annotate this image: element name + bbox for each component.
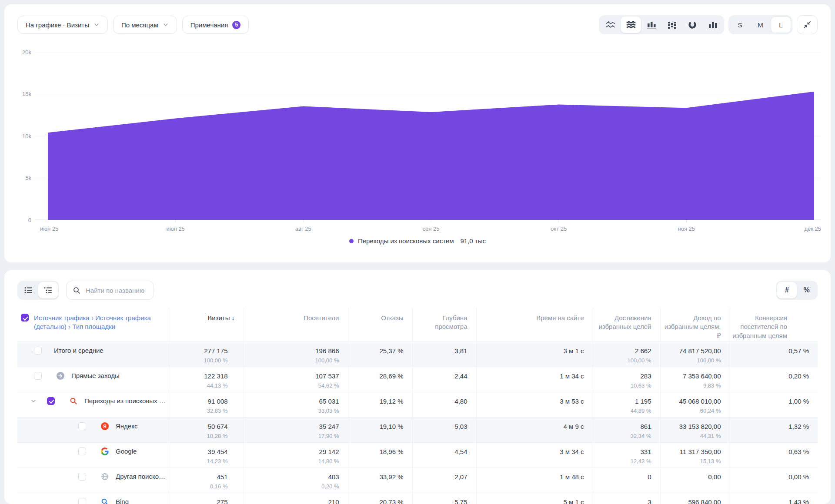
row-checkbox[interactable]	[78, 498, 86, 504]
chevron-down-icon	[94, 22, 100, 28]
column-header-7[interactable]: Доход по избранным целям, ₽	[660, 308, 730, 342]
table-row[interactable]: Прямые заходы122 31844,13 %107 53754,62 …	[17, 367, 818, 392]
table-row[interactable]: Bing2750,10 %2100,11 %20,73 %5,755 м 1 с…	[17, 493, 818, 504]
stacked-bar-chart-icon[interactable]	[661, 17, 682, 33]
metric-cell: 1,32 %	[730, 417, 818, 442]
traffic-area-chart[interactable]: 05k10k15k20kиюн 25июл 25авг 25сен 25окт …	[9, 39, 826, 235]
dimension-header-link[interactable]: Источник трафика › Источник трафика (дет…	[34, 314, 156, 332]
row-checkbox[interactable]	[47, 397, 55, 405]
metric-cell: 35 24717,90 %	[244, 417, 348, 442]
legend-value: 91,0 тыс	[461, 237, 486, 245]
row-label[interactable]: Google	[116, 448, 137, 455]
legend-label: Переходы из поисковых систем	[358, 237, 454, 245]
metric-cell: 3,81	[412, 342, 476, 367]
table-row[interactable]: Итого и средние277 175100,00 %196 866100…	[17, 342, 818, 367]
chart-view-controls: S M L	[599, 15, 818, 34]
tree-list-icon[interactable]	[38, 282, 58, 298]
svg-text:10k: 10k	[22, 133, 31, 139]
yandex-icon: Я	[101, 422, 109, 430]
column-header-6[interactable]: Достижения избранных целей	[593, 308, 660, 342]
metric-cell: 0	[593, 468, 660, 493]
size-s-button[interactable]: S	[730, 17, 750, 33]
metric-cell: 2750,10 %	[169, 493, 244, 504]
dimension-cell: Другая поисковая система: определено по …	[17, 468, 169, 493]
column-header-1[interactable]: Визиты↓	[169, 308, 244, 342]
percent-values-button[interactable]: %	[797, 282, 816, 298]
row-label[interactable]: Прямые заходы	[71, 372, 120, 379]
metric-cell: 2100,11 %	[244, 493, 348, 504]
table-row[interactable]: ЯЯндекс50 67418,28 %35 24717,90 %19,10 %…	[17, 417, 818, 442]
sort-desc-icon: ↓	[232, 315, 235, 322]
metric-cell: 91 00832,83 %	[169, 392, 244, 417]
row-label[interactable]: Переходы из поисковых систем	[84, 397, 169, 405]
metric-cell: 86132,34 %	[593, 417, 660, 442]
dimension-cell: Переходы из поисковых систем	[17, 392, 169, 417]
size-l-button[interactable]: L	[771, 17, 791, 33]
row-checkbox[interactable]	[78, 422, 86, 430]
svg-text:5k: 5k	[25, 175, 31, 181]
metric-cell: 11 317 350,0015,13 %	[660, 442, 730, 468]
row-label[interactable]: Итого и средние	[54, 347, 104, 354]
metric-cell: 25,37 %	[348, 342, 412, 367]
row-checkbox[interactable]	[78, 473, 86, 481]
column-header-2[interactable]: Посетители	[244, 308, 348, 342]
svg-text:июл 25: июл 25	[166, 225, 184, 232]
metric-cell: 19,12 %	[348, 392, 412, 417]
table-row[interactable]: Google39 45414,23 %29 14214,80 %18,96 %4…	[17, 442, 818, 468]
svg-text:сен 25: сен 25	[423, 225, 440, 232]
chart-type-switcher	[599, 15, 724, 34]
chart-legend-item[interactable]: Переходы из поисковых систем 91,0 тыс	[4, 237, 831, 245]
metric-cell: 33112,43 %	[593, 442, 660, 468]
svg-text:ноя 25: ноя 25	[678, 225, 695, 232]
search-input[interactable]	[85, 286, 146, 295]
row-label[interactable]: Другая поисковая система: определено по …	[116, 473, 169, 480]
metric-cell: 7 353 640,009,83 %	[660, 367, 730, 392]
dimension-cell: Bing	[17, 493, 169, 504]
metric-cell: 0,00	[660, 468, 730, 493]
notes-count-badge: 5	[232, 21, 240, 29]
line-chart-icon[interactable]	[600, 17, 621, 33]
period-dropdown[interactable]: По месяцам	[113, 16, 177, 34]
row-checkbox[interactable]	[78, 448, 86, 455]
chevron-down-icon[interactable]	[30, 398, 37, 404]
column-chart-icon[interactable]	[702, 17, 723, 33]
dimension-cell: ЯЯндекс	[17, 417, 169, 442]
dimension-column-header: Источник трафика › Источник трафика (дет…	[17, 308, 169, 342]
table-row[interactable]: Другая поисковая система: определено по …	[17, 468, 818, 493]
metric-cell: 18,96 %	[348, 442, 412, 468]
stacked-area-chart-icon[interactable]	[621, 17, 641, 33]
table-card: # % Источник трафика › Источник трафика …	[4, 270, 831, 504]
table-row[interactable]: Переходы из поисковых систем91 00832,83 …	[17, 392, 818, 417]
absolute-values-button[interactable]: #	[777, 282, 797, 298]
metric-cell: 1,00 %	[730, 392, 818, 417]
metric-cell: 33 153 820,0044,31 %	[660, 417, 730, 442]
pie-chart-icon[interactable]	[682, 17, 702, 33]
traffic-sources-table: Источник трафика › Источник трафика (дет…	[17, 308, 818, 504]
svg-text:авг 25: авг 25	[295, 225, 311, 232]
metric-cell: 2 662100,00 %	[593, 342, 660, 367]
metric-cell: 50 67418,28 %	[169, 417, 244, 442]
row-checkbox[interactable]	[34, 347, 42, 355]
column-header-3[interactable]: Отказы	[348, 308, 412, 342]
metric-on-chart-dropdown[interactable]: На графике · Визиты	[17, 16, 108, 34]
row-checkbox[interactable]	[34, 372, 42, 380]
metric-cell: 4 м 9 с	[476, 417, 593, 442]
size-m-button[interactable]: M	[750, 17, 771, 33]
select-all-checkbox[interactable]	[21, 314, 29, 322]
column-header-4[interactable]: Глубина просмотра	[412, 308, 476, 342]
metric-cell: 3 м 34 с	[476, 442, 593, 468]
row-label[interactable]: Bing	[116, 498, 129, 504]
metric-cell: 5,03	[412, 417, 476, 442]
notes-button[interactable]: Примечания 5	[182, 16, 249, 34]
metric-cell: 28310,63 %	[593, 367, 660, 392]
collapse-chart-button[interactable]	[797, 15, 818, 34]
flat-list-icon[interactable]	[19, 282, 38, 298]
column-header-8[interactable]: Конверсия посетителей по избранным целям	[730, 308, 818, 342]
column-header-5[interactable]: Время на сайте	[476, 308, 593, 342]
unit-toggle: # %	[776, 281, 818, 300]
dimension-cell: Итого и средние	[17, 342, 169, 367]
metric-cell: 0,00 %	[730, 468, 818, 493]
notes-label: Примечания	[190, 21, 228, 29]
bar-chart-icon[interactable]	[641, 17, 661, 33]
row-label[interactable]: Яндекс	[116, 422, 137, 430]
